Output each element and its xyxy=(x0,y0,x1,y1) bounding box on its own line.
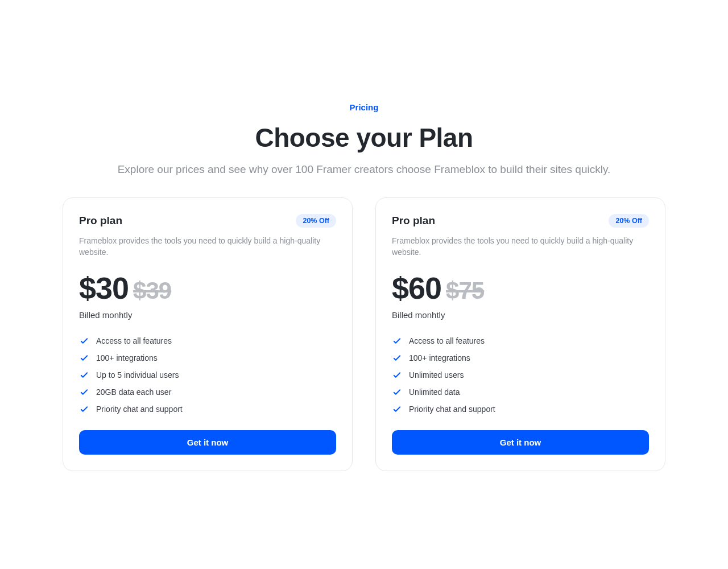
feature-item: Priority chat and support xyxy=(79,401,336,418)
card-header: Pro plan 20% Off xyxy=(79,214,336,228)
check-icon xyxy=(79,387,89,397)
page-title: Choose your Plan xyxy=(255,122,473,153)
feature-list: Access to all features 100+ integrations… xyxy=(392,332,649,418)
check-icon xyxy=(79,336,89,346)
check-icon xyxy=(79,353,89,363)
feature-item: Access to all features xyxy=(79,332,336,349)
feature-label: Unlimited users xyxy=(409,370,464,380)
get-it-now-button[interactable]: Get it now xyxy=(79,430,336,455)
check-icon xyxy=(392,336,402,346)
get-it-now-button[interactable]: Get it now xyxy=(392,430,649,455)
feature-label: 100+ integrations xyxy=(409,353,470,362)
price-row: $60 $75 xyxy=(392,270,649,306)
card-header: Pro plan 20% Off xyxy=(392,214,649,228)
feature-label: Access to all features xyxy=(409,336,485,345)
plan-name: Pro plan xyxy=(392,215,435,227)
plan-price: $30 xyxy=(79,270,129,306)
feature-item: Access to all features xyxy=(392,332,649,349)
feature-label: Priority chat and support xyxy=(96,405,183,414)
check-icon xyxy=(79,404,89,414)
feature-label: 100+ integrations xyxy=(96,353,158,362)
check-icon xyxy=(392,353,402,363)
check-icon xyxy=(392,404,402,414)
page-subtitle: Explore our prices and see why over 100 … xyxy=(118,163,611,176)
plan-price-old: $39 xyxy=(133,277,171,304)
check-icon xyxy=(79,370,89,380)
check-icon xyxy=(392,370,402,380)
billing-period: Billed monhtly xyxy=(79,310,336,320)
feature-label: 20GB data each user xyxy=(96,387,171,397)
feature-item: Unlimited users xyxy=(392,366,649,384)
pricing-eyebrow: Pricing xyxy=(350,102,379,112)
feature-item: 100+ integrations xyxy=(392,349,649,366)
feature-item: Up to 5 individual users xyxy=(79,366,336,384)
feature-item: 100+ integrations xyxy=(79,349,336,366)
price-row: $30 $39 xyxy=(79,270,336,306)
feature-list: Access to all features 100+ integrations… xyxy=(79,332,336,418)
discount-badge: 20% Off xyxy=(296,214,336,228)
pricing-cards: Pro plan 20% Off Frameblox provides the … xyxy=(0,197,728,471)
plan-description: Frameblox provides the tools you need to… xyxy=(79,236,336,258)
check-icon xyxy=(392,387,402,397)
discount-badge: 20% Off xyxy=(609,214,649,228)
feature-item: Priority chat and support xyxy=(392,401,649,418)
plan-price-old: $75 xyxy=(446,277,484,304)
plan-name: Pro plan xyxy=(79,215,122,227)
plan-price: $60 xyxy=(392,270,441,306)
pricing-card: Pro plan 20% Off Frameblox provides the … xyxy=(375,197,665,471)
billing-period: Billed monhtly xyxy=(392,310,649,320)
feature-label: Unlimited data xyxy=(409,387,460,397)
plan-description: Frameblox provides the tools you need to… xyxy=(392,236,649,258)
feature-item: 20GB data each user xyxy=(79,384,336,401)
feature-item: Unlimited data xyxy=(392,384,649,401)
feature-label: Access to all features xyxy=(96,336,172,345)
pricing-card: Pro plan 20% Off Frameblox provides the … xyxy=(63,197,353,471)
feature-label: Up to 5 individual users xyxy=(96,370,179,380)
feature-label: Priority chat and support xyxy=(409,405,495,414)
